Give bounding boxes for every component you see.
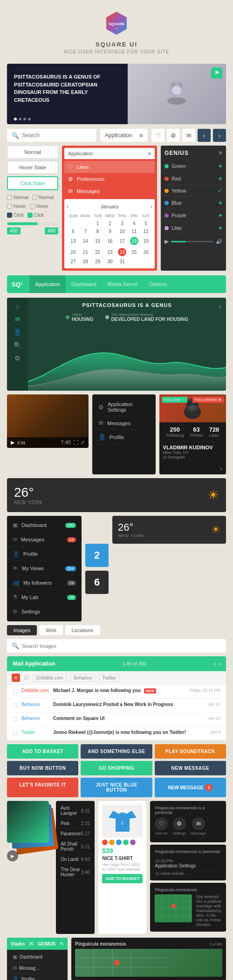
sidebar-mini-messages[interactable]: ✉ Messag...: [9, 963, 66, 974]
chart-next-btn[interactable]: ›: [219, 302, 221, 311]
cal-day[interactable]: 26: [140, 247, 151, 257]
mail-check-all[interactable]: ☑: [24, 674, 29, 681]
menu-lab[interactable]: ⚗ My Lab 36: [7, 590, 82, 605]
dropdown-messages[interactable]: ✉ Messages: [64, 185, 155, 197]
add-to-basket-btn[interactable]: AdD To BaSKET: [7, 744, 78, 759]
search-input[interactable]: [22, 132, 92, 139]
cal-highlighted[interactable]: 24: [118, 248, 126, 256]
settings-item-app[interactable]: ⚙ Application Settings: [96, 398, 152, 416]
menu-profile[interactable]: 👤 Profile: [7, 547, 82, 561]
track-1[interactable]: Avril Lavigne 6:31: [58, 803, 92, 819]
mail-row-4[interactable]: ☐ Twitter Jonno Riekwel (@Jonnotje) is n…: [7, 727, 226, 740]
cal-day[interactable]: 8: [92, 228, 103, 235]
cal-day[interactable]: 9: [104, 228, 116, 235]
cal-day[interactable]: 29: [92, 258, 103, 265]
genius-item-red[interactable]: Red +: [164, 173, 222, 185]
dropdown-likes[interactable]: ♡ Likes: [64, 161, 155, 173]
genius-side-edit-icon[interactable]: ✎: [60, 941, 64, 947]
genius-volume-icon[interactable]: 🔊: [216, 239, 222, 245]
genius-action-green[interactable]: +: [219, 162, 222, 170]
checkbox-hover-1[interactable]: Hover: [7, 204, 26, 209]
track-5[interactable]: On Land 6:43: [58, 854, 92, 865]
sidebar-mini-profile[interactable]: 👤 Profile: [9, 974, 66, 980]
genius-item-yellow[interactable]: Yellow ✓: [164, 185, 222, 197]
genius-item-purple[interactable]: Purple +: [164, 209, 222, 222]
play-album-btn[interactable]: ▶: [7, 850, 18, 861]
mail-check-1[interactable]: ☐: [13, 688, 18, 695]
menu-settings[interactable]: ⚙ Settings: [7, 605, 82, 619]
cal-day[interactable]: 28: [80, 258, 91, 265]
cal-day[interactable]: [140, 258, 151, 265]
cal-day[interactable]: [129, 258, 139, 265]
cal-day[interactable]: 2: [104, 220, 116, 227]
sidebar-home-icon[interactable]: ⌂: [15, 302, 19, 310]
video-play-btn[interactable]: ▶: [11, 440, 14, 446]
hover-state-btn[interactable]: Hover State: [7, 161, 58, 174]
mail-next-btn[interactable]: ›: [218, 660, 220, 667]
settings-item-profile[interactable]: 👤 Profile: [96, 430, 152, 444]
track-6[interactable]: The Dear Hunter 3:40: [58, 865, 92, 880]
search-images-input[interactable]: [22, 643, 221, 649]
video-expand-icon[interactable]: ⤢: [81, 440, 85, 446]
mail-delete-btn[interactable]: ✕: [12, 673, 20, 682]
cal-day[interactable]: 15: [92, 236, 103, 246]
new-message-btn[interactable]: NEW MESSAGE: [155, 761, 226, 775]
notif-msg-btn[interactable]: ✉ Message: [191, 817, 206, 835]
progress-bar[interactable]: [7, 222, 58, 225]
color-purple[interactable]: [130, 840, 136, 845]
checkbox-click-2[interactable]: Click: [27, 213, 44, 218]
track-2[interactable]: Pink 2:31: [58, 819, 92, 829]
new-message-2-btn[interactable]: NEW MESSAGE 2: [155, 778, 226, 797]
app-dropdown[interactable]: Application ≡: [100, 129, 148, 142]
search-tab-images[interactable]: Images: [7, 625, 37, 635]
go-shopping-btn[interactable]: GO SHOPPING: [81, 761, 152, 775]
cal-day[interactable]: 10: [116, 228, 128, 235]
cal-day[interactable]: 21: [80, 247, 91, 257]
cal-day[interactable]: 16: [104, 236, 116, 246]
dash-nav-application[interactable]: Application: [29, 275, 66, 293]
next-btn[interactable]: ›: [213, 129, 226, 142]
settings-item-msgs[interactable]: ✉ Messages: [96, 416, 152, 430]
track-3[interactable]: Paramore 5:27: [58, 829, 92, 839]
video-fullscreen-icon[interactable]: ⛶: [73, 440, 78, 446]
cal-day[interactable]: 31: [116, 258, 128, 265]
checkbox-normal-2[interactable]: Normal: [32, 195, 54, 200]
play-soundtrack-btn[interactable]: PLaY soundtrack: [155, 744, 226, 759]
mail-source-dribbble[interactable]: Dribbble.com: [33, 674, 67, 682]
cal-day[interactable]: [80, 220, 91, 227]
sidebar-chat-icon[interactable]: ✉: [15, 315, 21, 323]
mail-row-1[interactable]: ☐ Dribbble.com Michael J. Morgan is now …: [7, 685, 226, 699]
cal-day[interactable]: 20: [68, 247, 79, 257]
genius-action-purple[interactable]: +: [219, 212, 222, 219]
cal-day[interactable]: 17: [116, 236, 128, 246]
dash-nav-dashboard[interactable]: Dashboard: [66, 275, 102, 293]
notif-like-btn[interactable]: ♡ Like me: [155, 817, 168, 835]
genius-action-lilac[interactable]: +: [219, 224, 222, 232]
genius-action-yellow[interactable]: ✓: [218, 187, 222, 194]
profile-next-btn[interactable]: ›: [220, 465, 222, 472]
genius-item-lilac[interactable]: Lilac +: [164, 222, 222, 234]
checkbox-normal-1[interactable]: Normal: [7, 195, 28, 200]
dropdown-prefs[interactable]: ⚙ Preferences: [64, 173, 155, 185]
cal-day[interactable]: 3: [116, 220, 128, 227]
mail-source-twitter[interactable]: Twitter: [99, 674, 119, 682]
checkbox-hover-2[interactable]: Hover: [30, 204, 49, 209]
checkbox-click-1[interactable]: Click: [7, 213, 24, 218]
search-images-box[interactable]: 🔍: [7, 639, 226, 653]
heart-nav-btn[interactable]: ♡: [151, 129, 164, 142]
hero-bookmark[interactable]: ⚑: [211, 67, 222, 79]
color-green[interactable]: [123, 840, 129, 845]
cal-day[interactable]: [68, 220, 79, 227]
cal-prev[interactable]: ‹: [67, 204, 69, 209]
sidebar-search-icon[interactable]: 🔍: [14, 341, 21, 349]
sidebar-settings-icon[interactable]: ⚙: [14, 354, 21, 362]
cal-day[interactable]: 18: [129, 236, 139, 246]
notif-settings-btn[interactable]: ⚙ Settings: [172, 817, 186, 835]
sidebar-user-icon[interactable]: 👤: [14, 328, 21, 336]
search-tab-web[interactable]: Web: [39, 625, 62, 635]
normal-state-btn[interactable]: Normal: [7, 146, 58, 159]
cal-day[interactable]: 1: [92, 220, 103, 227]
album-card-front[interactable]: [7, 801, 49, 843]
genius-action-red[interactable]: +: [219, 175, 222, 182]
nice-blue-btn[interactable]: JUST NICE BLUE BUTTON: [81, 778, 152, 797]
